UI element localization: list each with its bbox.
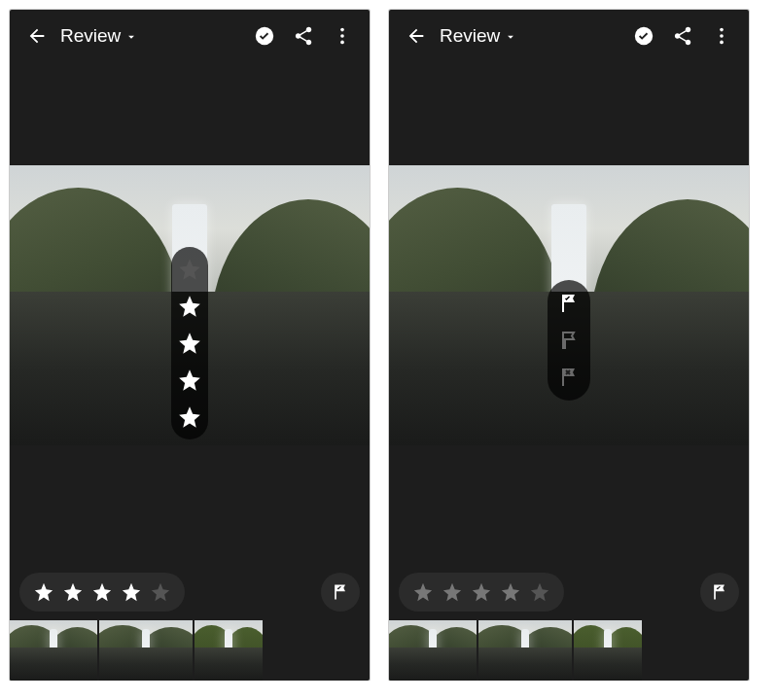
flag-options-overlay[interactable]	[548, 280, 590, 401]
star-icon	[500, 581, 521, 603]
check-circle-icon	[254, 25, 275, 47]
select-button[interactable]	[624, 17, 663, 55]
star-icon[interactable]	[177, 294, 202, 319]
star-icon[interactable]	[177, 331, 202, 356]
thumbnail[interactable]	[478, 620, 572, 681]
screen-title-dropdown[interactable]: Review	[440, 25, 624, 47]
check-circle-icon	[633, 25, 654, 47]
svg-point-7	[720, 41, 724, 45]
flag-button[interactable]	[700, 573, 739, 612]
flag-outline-icon	[557, 329, 581, 352]
thumbnail[interactable]	[389, 620, 477, 681]
star-icon	[33, 581, 54, 603]
thumbnail[interactable]	[99, 620, 193, 681]
overflow-button[interactable]	[323, 17, 362, 55]
rating-pill[interactable]	[19, 573, 185, 612]
flag-button[interactable]	[321, 573, 360, 612]
more-vert-icon	[332, 25, 353, 47]
svg-point-6	[720, 34, 724, 38]
bottom-bar	[389, 570, 749, 614]
screen-left: Review	[10, 10, 370, 681]
bottom-bar	[10, 570, 370, 614]
top-bar: Review	[10, 10, 370, 62]
svg-point-5	[720, 28, 724, 32]
star-icon	[471, 581, 492, 603]
select-button[interactable]	[245, 17, 284, 55]
star-rating-overlay[interactable]	[171, 247, 208, 439]
flag-check-icon	[710, 582, 729, 602]
flag-option-reject[interactable]	[555, 364, 583, 391]
share-icon	[293, 25, 314, 47]
filmstrip[interactable]	[389, 620, 749, 681]
flag-check-icon	[557, 292, 581, 315]
flag-option-unflag[interactable]	[555, 327, 583, 354]
back-button[interactable]	[397, 17, 436, 55]
flag-check-icon	[331, 582, 350, 602]
flag-option-pick[interactable]	[555, 290, 583, 317]
thumbnail[interactable]	[574, 620, 642, 681]
svg-point-3	[340, 41, 344, 45]
svg-point-1	[340, 28, 344, 32]
star-icon	[412, 581, 434, 603]
chevron-down-icon	[124, 30, 138, 44]
star-icon	[442, 581, 463, 603]
star-icon	[529, 581, 550, 603]
screen-title-label: Review	[60, 25, 121, 47]
thumbnail[interactable]	[194, 620, 263, 681]
rating-pill[interactable]	[399, 573, 564, 612]
flag-x-icon	[557, 366, 581, 389]
star-icon	[121, 581, 142, 603]
overflow-button[interactable]	[702, 17, 741, 55]
share-button[interactable]	[663, 17, 702, 55]
star-icon[interactable]	[177, 404, 202, 430]
more-vert-icon	[711, 25, 732, 47]
star-icon	[150, 581, 171, 603]
screen-right: Review	[389, 10, 749, 681]
chevron-down-icon	[504, 30, 517, 44]
back-button[interactable]	[18, 17, 56, 55]
share-icon	[672, 25, 693, 47]
star-icon	[91, 581, 113, 603]
share-button[interactable]	[284, 17, 323, 55]
top-bar: Review	[389, 10, 749, 62]
star-icon	[62, 581, 84, 603]
svg-point-2	[340, 34, 344, 38]
screen-title-label: Review	[440, 25, 500, 47]
thumbnail[interactable]	[10, 620, 97, 681]
filmstrip[interactable]	[10, 620, 370, 681]
star-icon[interactable]	[177, 368, 202, 393]
screen-title-dropdown[interactable]: Review	[60, 25, 245, 47]
star-icon[interactable]	[177, 257, 202, 282]
